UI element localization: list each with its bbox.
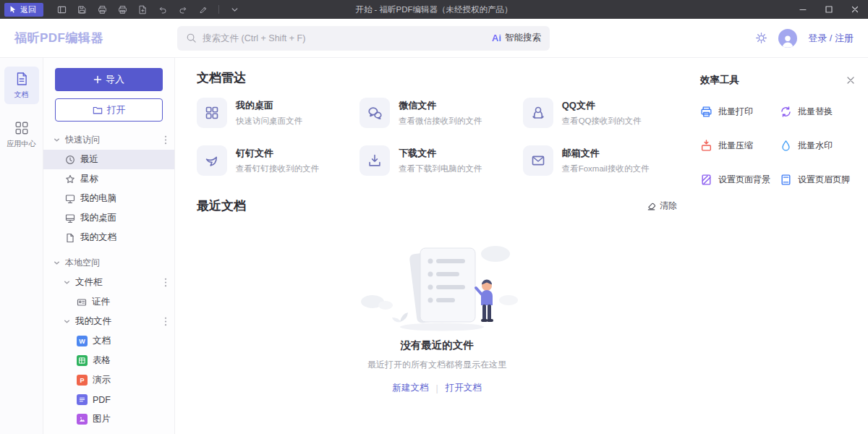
group-label: 本地空间 [65,257,100,269]
body: 文档 应用中心 导入 [0,58,868,434]
card-dingtalk-files[interactable]: 钉钉文件 查看钉钉接收到的文件 [197,145,351,176]
login-register-link[interactable]: 登录 / 注册 [808,32,854,45]
cursor-icon [9,5,17,14]
card-mail-files[interactable]: 邮箱文件 查看Foxmail接收的文件 [523,145,677,176]
desktop-icon [65,213,75,224]
tool-batch-print[interactable]: 批量打印 [700,106,775,118]
card-download-files[interactable]: 下载文件 查看下载到电脑的文件 [359,145,514,176]
item-label: 表格 [93,354,111,367]
quick-print-icon[interactable] [114,2,130,17]
header-right: 登录 / 注册 [755,29,854,48]
print-icon[interactable] [94,2,110,17]
save-icon[interactable] [74,2,90,17]
new-file-icon[interactable] [135,2,150,17]
document-radar-title: 文档雷达 [197,69,677,86]
id-card-icon [77,297,87,307]
rail-item-documents[interactable]: 文档 [4,67,39,104]
left-rail: 文档 应用中心 [0,58,43,434]
card-qq-files[interactable]: QQ文件 查看QQ接收到的文件 [523,98,677,128]
new-document-link[interactable]: 新建文档 [392,382,428,394]
more-icon[interactable] [164,278,167,287]
open-button[interactable]: 打开 [55,98,163,122]
import-button[interactable]: 导入 [55,68,163,91]
sidebar-item-recent[interactable]: 最近 [43,150,174,169]
card-title: 钉钉文件 [236,147,319,160]
header: 福昕PDF编辑器 Ai 智能搜索 登录 / 注册 [0,19,868,58]
tool-label: 设置页眉页脚 [798,174,850,186]
item-label: 星标 [80,173,98,185]
sidebar-item-my-documents[interactable]: 我的文档 [43,228,174,247]
recent-documents-title: 最近文档 [197,197,246,214]
sidebar-item-my-computer[interactable]: 我的电脑 [43,189,174,208]
tool-label: 批量水印 [798,140,833,152]
sidebar-item-docs[interactable]: W 文档 [43,331,174,351]
smart-search-label: 智能搜索 [505,32,541,44]
group-quick-access[interactable]: 快速访问 [43,130,174,150]
undo-icon[interactable] [155,2,171,17]
header-footer-icon [780,174,792,186]
folder-tree: 快速访问 最近 星标 我的电脑 我的桌面 [43,130,174,429]
item-label: 图片 [93,413,111,425]
chevron-down-icon [64,318,70,325]
card-my-desktop[interactable]: 我的桌面 快速访问桌面文件 [197,98,351,128]
search-bar[interactable]: Ai 智能搜索 [177,26,550,51]
sidebar-item-starred[interactable]: 星标 [43,169,174,189]
tool-header-footer[interactable]: 设置页眉页脚 [780,174,855,186]
item-label: 证件 [92,296,110,308]
group-label: 快速访问 [65,134,100,146]
group-local-space[interactable]: 本地空间 [43,253,174,273]
tool-label: 批量替换 [798,106,833,118]
clear-button[interactable]: 清除 [647,200,677,212]
pen-icon[interactable] [195,2,211,17]
app-window: 返回 [0,0,868,434]
sidebar-item-images[interactable]: 图片 [43,409,174,429]
item-label: 演示 [93,374,111,386]
compress-icon [700,140,712,152]
back-button[interactable]: 返回 [4,3,43,17]
rail-item-label: 文档 [14,90,29,100]
smart-search-button[interactable]: Ai 智能搜索 [485,32,541,44]
word-file-icon: W [77,336,88,346]
tool-page-background[interactable]: 设置页面背景 [700,174,775,186]
redo-icon[interactable] [175,2,191,17]
search-input[interactable] [203,33,479,43]
sidebar-item-my-desktop[interactable]: 我的桌面 [43,208,174,228]
link-separator: | [435,383,438,393]
app-logo: 福昕PDF编辑器 [14,30,177,46]
open-document-link[interactable]: 打开文档 [446,382,482,394]
more-icon[interactable] [164,317,167,326]
avatar[interactable] [778,29,797,48]
more-icon[interactable] [164,135,167,145]
sidebar-item-certificates[interactable]: 证件 [43,292,174,312]
rail-item-app-center[interactable]: 应用中心 [4,116,39,153]
tool-batch-watermark[interactable]: 批量水印 [780,140,855,152]
ai-icon: Ai [492,33,501,43]
tool-batch-compress[interactable]: 批量压缩 [700,140,775,152]
gear-icon[interactable] [755,32,767,44]
close-icon[interactable] [846,76,855,85]
desktop-grid-icon [197,98,227,128]
maximize-button[interactable] [816,0,842,19]
recent-documents-header: 最近文档 清除 [197,197,677,214]
toolbar-more-icon[interactable] [226,2,242,17]
card-wechat-files[interactable]: 微信文件 查看微信接收到的文件 [359,98,514,128]
sidebar-item-my-files[interactable]: 我的文件 [43,312,174,331]
card-desc: 查看钉钉接收到的文件 [236,163,319,174]
menu-icon[interactable] [54,2,69,17]
sidebar-item-file-cabinet[interactable]: 文件柜 [43,273,174,292]
qq-icon [523,98,553,128]
tool-batch-replace[interactable]: 批量替换 [780,106,855,118]
main-content: 文档雷达 我的桌面 快速访问桌面文件 微信文件 [175,58,696,434]
card-title: 邮箱文件 [562,147,650,160]
sidebar-item-slides[interactable]: P 演示 [43,370,174,390]
tools-panel-title: 效率工具 [700,74,739,87]
sidebar-item-sheets[interactable]: 表格 [43,351,174,370]
dingtalk-icon [197,145,227,176]
item-label: 最近 [80,153,98,166]
wechat-icon [359,98,390,128]
minimize-button[interactable] [790,0,816,19]
close-button[interactable] [842,0,868,19]
apps-icon [14,121,29,135]
card-desc: 查看QQ接收到的文件 [562,116,642,127]
sidebar-item-pdf[interactable]: PDF [43,390,174,409]
